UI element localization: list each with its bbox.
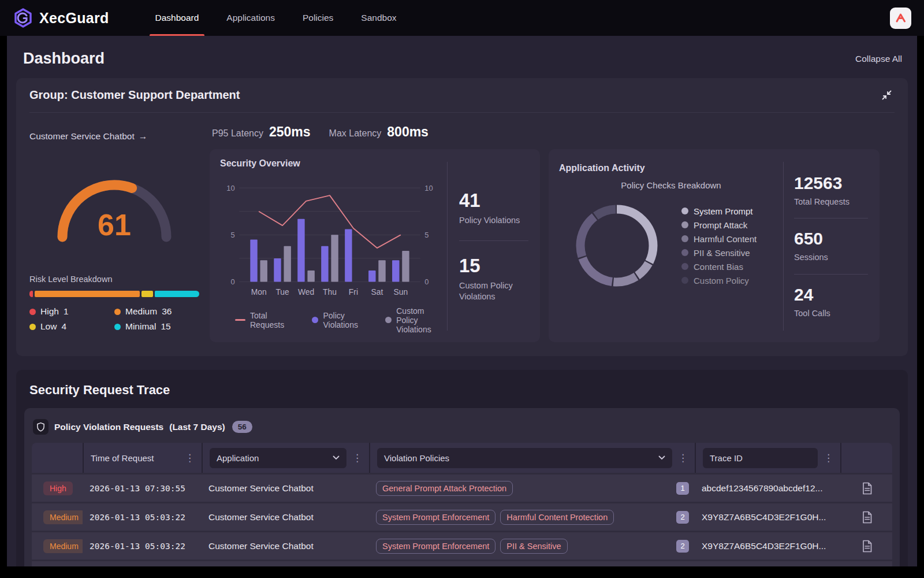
chevron-down-icon	[333, 455, 340, 460]
tab-sandbox[interactable]: Sandbox	[347, 0, 410, 36]
trace-panel-range: (Last 7 Days)	[169, 422, 225, 432]
brand-logo[interactable]: XecGuard	[13, 8, 109, 28]
arrow-right-icon: →	[139, 131, 148, 142]
brand-name: XecGuard	[39, 10, 109, 27]
trace-id: abcdef1234567890abcdef12...	[695, 483, 840, 494]
policy-chip: PII & Sensitive	[500, 539, 567, 554]
document-icon[interactable]	[840, 540, 892, 553]
security-request-trace-section: Security Request Trace Policy Violation …	[16, 370, 908, 566]
line-swatch-icon	[235, 319, 245, 321]
tab-policies[interactable]: Policies	[289, 0, 347, 36]
gray-dot-icon	[385, 317, 392, 323]
kebab-menu-icon[interactable]: ⋮	[676, 452, 690, 464]
gauge-value: 61	[98, 208, 131, 242]
latency-stats: P95 Latency 250ms Max Latency 800ms	[210, 123, 895, 149]
application-name: Customer Service Chatbot	[202, 483, 369, 494]
chevron-down-icon	[658, 455, 665, 460]
application-link[interactable]: Customer Service Chatbot →	[29, 131, 147, 142]
group-title: Group: Customer Support Department	[29, 88, 240, 102]
collapse-panel-icon[interactable]	[879, 87, 895, 103]
column-application: Application ⋮	[202, 443, 369, 473]
kebab-menu-icon[interactable]: ⋮	[821, 452, 836, 464]
document-icon[interactable]	[840, 482, 892, 495]
donut-legend-item: System Prompt	[681, 206, 757, 216]
risk-segment	[29, 291, 33, 297]
document-icon[interactable]	[840, 511, 892, 524]
svg-text:Fri: Fri	[349, 287, 358, 297]
kebab-menu-icon[interactable]: ⋮	[182, 452, 197, 464]
severity-badge: Medium	[43, 539, 83, 553]
svg-text:Sun: Sun	[394, 287, 408, 297]
severity-badge: High	[43, 481, 73, 495]
total-requests-value: 12563	[794, 173, 880, 193]
policy-violations-value: 41	[459, 190, 540, 212]
low-dot-icon	[29, 324, 36, 330]
policy-chip: System Prompt Enforcement	[376, 510, 495, 525]
svg-text:0: 0	[230, 277, 234, 286]
group-panel: Group: Customer Support Department Custo…	[16, 78, 908, 356]
donut-legend-item: Prompt Attack	[681, 220, 757, 230]
table-row[interactable]: Medium2026-01-13 05:03:22Customer Servic…	[32, 532, 892, 560]
donut-title: Policy Checks Breakdown	[559, 180, 783, 190]
legend-dot-icon	[681, 249, 688, 256]
table-row[interactable]: High2026-01-13 07:30:55Customer Service …	[32, 475, 892, 502]
policy-count-badge: 2	[676, 511, 689, 524]
minimal-dot-icon	[114, 324, 121, 330]
donut-legend-item: PII & Sensitive	[681, 248, 757, 258]
application-activity-title: Application Activity	[559, 163, 783, 173]
trace-section-title: Security Request Trace	[24, 383, 900, 398]
security-overview-chart: 00551010MonTueWedThuFriSatSun	[220, 177, 439, 305]
security-overview-title: Security Overview	[220, 158, 447, 169]
time-of-request: 2026-01-13 07:30:55	[83, 484, 202, 493]
trace-id-filter[interactable]: Trace ID	[703, 448, 818, 468]
risk-breakdown-title: Risk Level Breakdown	[29, 275, 199, 284]
main-content: Dashboard Collapse All Group: Customer S…	[7, 36, 917, 566]
time-of-request: 2026-01-13 05:03:22	[83, 513, 202, 522]
legend-dot-icon	[681, 263, 688, 270]
kebab-menu-icon[interactable]: ⋮	[350, 452, 364, 464]
max-latency-value: 800ms	[387, 124, 429, 140]
risk-legend-item: High1	[29, 306, 114, 317]
risk-segment	[141, 291, 153, 297]
p95-latency-value: 250ms	[269, 124, 311, 140]
legend-dot-icon	[681, 235, 688, 242]
collapse-all-button[interactable]: Collapse All	[855, 54, 902, 64]
table-row[interactable]: Medium2026-01-13 04:12:45Customer Servic…	[32, 561, 892, 566]
risk-score-gauge: 61	[49, 171, 180, 244]
account-app-button[interactable]	[890, 8, 911, 29]
svg-text:Mon: Mon	[251, 287, 267, 297]
legend-dot-icon	[681, 208, 688, 214]
tab-applications[interactable]: Applications	[213, 0, 289, 36]
policy-checks-donut	[567, 196, 666, 295]
sessions-value: 650	[794, 229, 880, 249]
tab-dashboard[interactable]: Dashboard	[141, 0, 213, 36]
svg-text:10: 10	[424, 184, 433, 192]
request-count-badge: 56	[232, 421, 252, 433]
svg-text:Tue: Tue	[275, 287, 289, 297]
risk-level-bar	[29, 291, 199, 297]
chart-legend: Total Requests Policy Violations Custom …	[220, 306, 447, 334]
table-row[interactable]: Medium2026-01-13 05:03:22Customer Servic…	[32, 503, 892, 531]
custom-policy-violations-value: 15	[459, 255, 540, 277]
violation-policies-filter-dropdown[interactable]: Violation Policies	[377, 448, 672, 468]
donut-legend-item: Harmful Content	[681, 234, 757, 244]
svg-text:0: 0	[424, 277, 429, 286]
legend-dot-icon	[681, 221, 688, 228]
svg-text:Thu: Thu	[323, 287, 337, 297]
application-name: Customer Service Chatbot	[202, 512, 369, 523]
top-nav: XecGuard Dashboard Applications Policies…	[0, 0, 924, 36]
shield-icon	[33, 419, 49, 435]
policy-count-badge: 1	[676, 482, 689, 495]
xecguard-logo-icon	[13, 8, 33, 28]
svg-text:Sat: Sat	[371, 287, 383, 297]
svg-text:10: 10	[226, 184, 234, 192]
donut-legend: System PromptPrompt AttackHarmful Conten…	[681, 206, 757, 286]
column-time-of-request[interactable]: Time of Request ⋮	[83, 443, 202, 473]
application-filter-dropdown[interactable]: Application	[210, 448, 346, 468]
page-title: Dashboard	[23, 50, 105, 68]
application-name: Customer Service Chatbot	[202, 541, 369, 551]
policy-chip: Harmful Content Protection	[500, 510, 614, 525]
risk-segment	[155, 291, 199, 297]
trace-panel-title: Policy Violation Requests	[54, 422, 163, 432]
tool-calls-value: 24	[794, 285, 880, 305]
